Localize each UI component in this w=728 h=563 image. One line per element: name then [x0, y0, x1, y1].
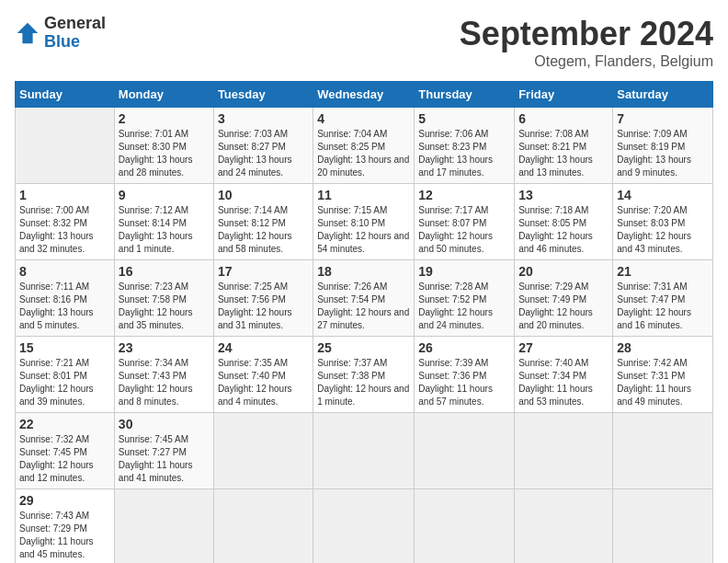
calendar-day-cell: 18Sunrise: 7:26 AMSunset: 7:54 PMDayligh… — [313, 260, 415, 337]
calendar-day-cell: 11Sunrise: 7:15 AMSunset: 8:10 PMDayligh… — [313, 184, 415, 260]
weekday-header: Monday — [114, 82, 213, 108]
calendar-day-cell: 30Sunrise: 7:45 AMSunset: 7:27 PMDayligh… — [114, 413, 213, 489]
day-info: Sunrise: 7:03 AMSunset: 8:27 PMDaylight:… — [218, 128, 309, 179]
day-info: Sunrise: 7:42 AMSunset: 7:31 PMDaylight:… — [617, 357, 709, 408]
calendar-day-cell: 24Sunrise: 7:35 AMSunset: 7:40 PMDayligh… — [213, 337, 313, 413]
calendar-day-cell — [415, 413, 515, 489]
calendar-day-cell — [313, 489, 415, 564]
calendar-day-cell — [415, 489, 515, 564]
calendar-day-cell — [114, 489, 213, 564]
day-info: Sunrise: 7:43 AMSunset: 7:29 PMDaylight:… — [19, 510, 110, 561]
day-info: Sunrise: 7:18 AMSunset: 8:05 PMDaylight:… — [518, 204, 609, 256]
day-number: 13 — [518, 188, 609, 202]
day-number: 6 — [518, 111, 609, 126]
weekday-header: Tuesday — [213, 82, 313, 108]
day-number: 25 — [317, 340, 410, 355]
logo-icon — [15, 20, 40, 46]
day-number: 19 — [418, 264, 510, 279]
weekday-header: Sunday — [16, 82, 115, 108]
calendar-day-cell: 25Sunrise: 7:37 AMSunset: 7:38 PMDayligh… — [313, 337, 415, 413]
calendar-day-cell — [515, 489, 613, 564]
day-number: 9 — [119, 188, 210, 202]
calendar-day-cell — [213, 489, 313, 564]
weekday-header: Thursday — [415, 82, 515, 108]
calendar-day-cell: 13Sunrise: 7:18 AMSunset: 8:05 PMDayligh… — [515, 184, 613, 260]
calendar-day-cell: 17Sunrise: 7:25 AMSunset: 7:56 PMDayligh… — [213, 260, 313, 337]
month-title: September 2024 — [460, 15, 713, 53]
day-number: 8 — [19, 264, 110, 279]
calendar-day-cell: 8Sunrise: 7:11 AMSunset: 8:16 PMDaylight… — [16, 260, 115, 337]
day-number: 30 — [119, 417, 210, 431]
calendar-day-cell: 20Sunrise: 7:29 AMSunset: 7:49 PMDayligh… — [515, 260, 613, 337]
calendar-table: SundayMondayTuesdayWednesdayThursdayFrid… — [15, 81, 713, 563]
calendar-day-cell: 28Sunrise: 7:42 AMSunset: 7:31 PMDayligh… — [613, 337, 713, 413]
calendar-week-row: 2Sunrise: 7:01 AMSunset: 8:30 PMDaylight… — [16, 108, 713, 184]
day-info: Sunrise: 7:29 AMSunset: 7:49 PMDaylight:… — [518, 281, 609, 332]
day-number: 17 — [218, 264, 309, 279]
calendar-day-cell: 12Sunrise: 7:17 AMSunset: 8:07 PMDayligh… — [415, 184, 515, 260]
calendar-day-cell: 6Sunrise: 7:08 AMSunset: 8:21 PMDaylight… — [515, 108, 613, 184]
day-number: 22 — [19, 417, 110, 431]
day-info: Sunrise: 7:37 AMSunset: 7:38 PMDaylight:… — [317, 357, 410, 408]
day-number: 7 — [617, 111, 709, 126]
weekday-header: Friday — [515, 82, 613, 108]
day-info: Sunrise: 7:21 AMSunset: 8:01 PMDaylight:… — [19, 357, 110, 408]
title-block: September 2024 Otegem, Flanders, Belgium — [460, 15, 713, 70]
weekday-header-row: SundayMondayTuesdayWednesdayThursdayFrid… — [16, 82, 713, 108]
calendar-day-cell: 27Sunrise: 7:40 AMSunset: 7:34 PMDayligh… — [515, 337, 613, 413]
calendar-day-cell: 10Sunrise: 7:14 AMSunset: 8:12 PMDayligh… — [213, 184, 313, 260]
day-info: Sunrise: 7:28 AMSunset: 7:52 PMDaylight:… — [418, 281, 510, 332]
calendar-day-cell — [613, 413, 713, 489]
day-info: Sunrise: 7:40 AMSunset: 7:34 PMDaylight:… — [518, 357, 609, 408]
calendar-day-cell: 22Sunrise: 7:32 AMSunset: 7:45 PMDayligh… — [16, 413, 115, 489]
day-number: 11 — [317, 188, 410, 202]
calendar-day-cell — [313, 413, 415, 489]
day-number: 10 — [218, 188, 309, 202]
logo-general: General — [44, 15, 106, 33]
day-info: Sunrise: 7:32 AMSunset: 7:45 PMDaylight:… — [19, 433, 110, 485]
calendar-day-cell: 5Sunrise: 7:06 AMSunset: 8:23 PMDaylight… — [415, 108, 515, 184]
day-info: Sunrise: 7:11 AMSunset: 8:16 PMDaylight:… — [19, 281, 110, 332]
calendar-week-row: 1Sunrise: 7:00 AMSunset: 8:32 PMDaylight… — [16, 184, 713, 260]
calendar-day-cell: 21Sunrise: 7:31 AMSunset: 7:47 PMDayligh… — [613, 260, 713, 337]
calendar-day-cell: 29Sunrise: 7:43 AMSunset: 7:29 PMDayligh… — [16, 489, 115, 564]
day-info: Sunrise: 7:01 AMSunset: 8:30 PMDaylight:… — [119, 128, 210, 179]
day-number: 18 — [317, 264, 410, 279]
day-number: 27 — [518, 340, 609, 355]
day-number: 3 — [218, 111, 309, 126]
calendar-day-cell: 4Sunrise: 7:04 AMSunset: 8:25 PMDaylight… — [313, 108, 415, 184]
calendar-day-cell: 3Sunrise: 7:03 AMSunset: 8:27 PMDaylight… — [213, 108, 313, 184]
calendar-day-cell: 26Sunrise: 7:39 AMSunset: 7:36 PMDayligh… — [415, 337, 515, 413]
calendar-day-cell: 15Sunrise: 7:21 AMSunset: 8:01 PMDayligh… — [16, 337, 115, 413]
weekday-header: Saturday — [613, 82, 713, 108]
day-info: Sunrise: 7:35 AMSunset: 7:40 PMDaylight:… — [218, 357, 309, 408]
day-info: Sunrise: 7:31 AMSunset: 7:47 PMDaylight:… — [617, 281, 709, 332]
day-info: Sunrise: 7:17 AMSunset: 8:07 PMDaylight:… — [418, 204, 510, 256]
day-number: 14 — [617, 188, 709, 202]
logo-text: General Blue — [44, 15, 106, 52]
day-info: Sunrise: 7:26 AMSunset: 7:54 PMDaylight:… — [317, 281, 410, 332]
day-info: Sunrise: 7:08 AMSunset: 8:21 PMDaylight:… — [518, 128, 609, 179]
day-info: Sunrise: 7:00 AMSunset: 8:32 PMDaylight:… — [19, 204, 110, 256]
day-number: 29 — [19, 493, 110, 508]
day-number: 5 — [418, 111, 510, 126]
day-number: 12 — [418, 188, 510, 202]
location: Otegem, Flanders, Belgium — [460, 53, 713, 70]
calendar-day-cell: 23Sunrise: 7:34 AMSunset: 7:43 PMDayligh… — [114, 337, 213, 413]
svg-marker-0 — [17, 23, 38, 43]
calendar-day-cell: 16Sunrise: 7:23 AMSunset: 7:58 PMDayligh… — [114, 260, 213, 337]
day-number: 2 — [119, 111, 210, 126]
calendar-day-cell — [515, 413, 613, 489]
calendar-week-row: 29Sunrise: 7:43 AMSunset: 7:29 PMDayligh… — [16, 489, 713, 564]
day-number: 15 — [19, 340, 110, 355]
weekday-header: Wednesday — [313, 82, 415, 108]
day-number: 24 — [218, 340, 309, 355]
day-info: Sunrise: 7:39 AMSunset: 7:36 PMDaylight:… — [418, 357, 510, 408]
calendar-week-row: 22Sunrise: 7:32 AMSunset: 7:45 PMDayligh… — [16, 413, 713, 489]
day-info: Sunrise: 7:45 AMSunset: 7:27 PMDaylight:… — [119, 433, 210, 485]
day-number: 20 — [518, 264, 609, 279]
day-number: 28 — [617, 340, 709, 355]
day-info: Sunrise: 7:04 AMSunset: 8:25 PMDaylight:… — [317, 128, 410, 179]
calendar-day-cell — [16, 108, 115, 184]
day-info: Sunrise: 7:23 AMSunset: 7:58 PMDaylight:… — [119, 281, 210, 332]
